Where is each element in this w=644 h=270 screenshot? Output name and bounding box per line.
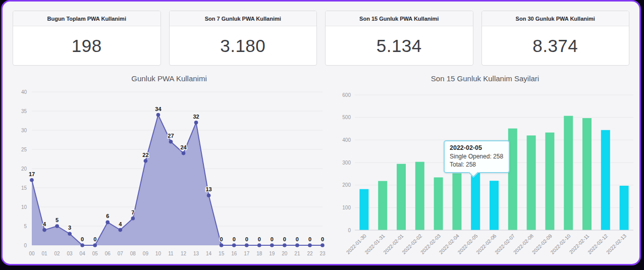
x-tick-label: 22 xyxy=(307,251,313,256)
x-tick-label: 18 xyxy=(256,251,262,256)
bar[interactable] xyxy=(490,181,499,230)
daily-usage-chart-panel: Gunluk PWA Kullanimi 0510152025303540170… xyxy=(10,71,329,260)
x-tick-label: 03 xyxy=(67,251,73,256)
point-value-label: 0 xyxy=(93,236,96,242)
stat-card-value: 3.180 xyxy=(170,26,317,65)
y-tick-label: 300 xyxy=(342,160,351,166)
point-value-label: 27 xyxy=(168,133,174,139)
point-value-label: 22 xyxy=(142,152,148,158)
data-point[interactable] xyxy=(182,151,186,155)
point-value-label: 5 xyxy=(56,217,59,223)
bar[interactable] xyxy=(434,177,443,230)
bar-tooltip: 2022-02-05 Single Opened: 258 Total: 258 xyxy=(444,140,510,173)
bar[interactable] xyxy=(545,133,554,230)
x-tick-label: 12 xyxy=(181,251,187,256)
x-tick-label: 20 xyxy=(282,251,288,256)
y-tick-label: 400 xyxy=(342,137,351,143)
point-value-label: 0 xyxy=(220,236,223,242)
y-tick-label: 35 xyxy=(21,109,27,114)
x-tick-label: 07 xyxy=(118,251,124,256)
point-value-label: 0 xyxy=(81,236,84,242)
x-tick-label: 08 xyxy=(130,251,136,256)
y-tick-label: 600 xyxy=(342,92,351,98)
y-tick-label: 25 xyxy=(21,147,27,152)
point-value-label: 0 xyxy=(233,236,236,242)
x-tick-label: 04 xyxy=(80,251,86,256)
x-tick-label: 23 xyxy=(319,251,326,256)
data-point[interactable] xyxy=(80,243,84,247)
tooltip-total: Total: 258 xyxy=(450,160,503,169)
data-point[interactable] xyxy=(105,221,110,225)
stat-card-label: Son 30 Gunluk PWA Kullanimi xyxy=(482,11,629,26)
x-tick-label: 02 xyxy=(55,251,61,256)
x-tick-label: 01 xyxy=(41,251,47,256)
y-tick-label: 500 xyxy=(342,115,351,120)
data-point[interactable] xyxy=(220,243,224,247)
bar[interactable] xyxy=(564,116,573,230)
stat-card-label: Son 7 Gunluk PWA Kullanimi xyxy=(170,11,317,26)
x-tick-label: 00 xyxy=(29,251,35,256)
x-tick-label: 13 xyxy=(193,251,199,256)
data-point[interactable] xyxy=(93,243,97,247)
bar[interactable] xyxy=(471,172,480,230)
data-point[interactable] xyxy=(30,178,34,182)
bar[interactable] xyxy=(359,189,368,230)
stat-card-value: 8.374 xyxy=(482,26,629,65)
bar[interactable] xyxy=(415,162,424,230)
x-tick-label: 11 xyxy=(168,251,174,256)
data-point[interactable] xyxy=(245,243,249,247)
data-point[interactable] xyxy=(68,232,72,236)
last15-chart-panel: Son 15 Gunluk Kullanim Sayilari 01002003… xyxy=(334,71,636,260)
bar[interactable] xyxy=(620,186,629,230)
data-point[interactable] xyxy=(156,113,160,117)
stat-card-label: Son 15 Gunluk PWA Kullanimi xyxy=(326,11,473,26)
data-point[interactable] xyxy=(169,140,173,144)
x-tick-label: 17 xyxy=(244,251,250,256)
point-value-label: 3 xyxy=(68,225,71,231)
stat-card-last30: Son 30 Gunluk PWA Kullanimi 8.374 xyxy=(481,11,630,66)
x-tick-label: 15 xyxy=(219,251,225,256)
data-point[interactable] xyxy=(194,121,198,125)
x-tick-label: 14 xyxy=(206,251,212,256)
bar[interactable] xyxy=(601,130,610,230)
y-tick-label: 200 xyxy=(342,182,351,188)
bar[interactable] xyxy=(582,118,592,230)
x-category-label: 2022-02-13 xyxy=(605,233,627,255)
data-point[interactable] xyxy=(308,243,312,247)
stat-cards-row: Bugun Toplam PWA Kullanimi 198 Son 7 Gun… xyxy=(3,2,639,66)
y-tick-label: 100 xyxy=(342,205,351,210)
point-value-label: 0 xyxy=(296,236,299,242)
y-tick-label: 15 xyxy=(21,185,27,191)
data-point[interactable] xyxy=(207,193,211,197)
stat-card-today-total: Bugun Toplam PWA Kullanimi 198 xyxy=(13,11,161,66)
point-value-label: 4 xyxy=(43,221,46,227)
point-value-label: 0 xyxy=(283,236,286,242)
chart-title: Gunluk PWA Kullanimi xyxy=(10,71,329,85)
data-point[interactable] xyxy=(320,243,325,247)
point-value-label: 6 xyxy=(106,213,109,219)
data-point[interactable] xyxy=(42,228,46,232)
point-value-label: 0 xyxy=(271,236,274,242)
data-point[interactable] xyxy=(144,159,148,163)
stat-card-value: 198 xyxy=(13,26,160,65)
data-point[interactable] xyxy=(131,217,135,221)
bar[interactable] xyxy=(378,181,387,230)
data-point[interactable] xyxy=(119,228,123,232)
data-point[interactable] xyxy=(283,243,287,247)
data-point[interactable] xyxy=(257,243,261,247)
data-point[interactable] xyxy=(55,224,59,228)
daily-usage-area-chart[interactable]: 0510152025303540170040150230300400560640… xyxy=(10,85,329,260)
bar[interactable] xyxy=(527,135,536,230)
stat-card-last7: Son 7 Gunluk PWA Kullanimi 3.180 xyxy=(169,11,317,66)
area-fill xyxy=(32,115,323,245)
y-tick-label: 30 xyxy=(21,128,27,133)
bar[interactable] xyxy=(397,164,406,230)
point-value-label: 0 xyxy=(321,236,324,242)
tooltip-single-opened: Single Opened: 258 xyxy=(450,152,503,160)
data-point[interactable] xyxy=(232,243,236,247)
stat-card-value: 5.134 xyxy=(326,26,473,65)
data-point[interactable] xyxy=(270,243,274,247)
data-point[interactable] xyxy=(295,243,299,247)
bar[interactable] xyxy=(452,173,461,230)
chart-title: Son 15 Gunluk Kullanim Sayilari xyxy=(334,71,636,85)
